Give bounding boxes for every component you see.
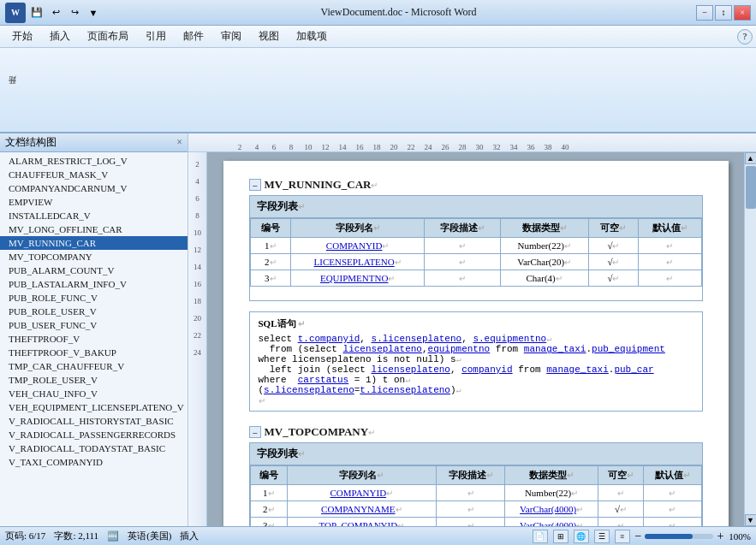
field-table-title-2: 字段列表↵ — [250, 443, 702, 465]
sidebar-item-15[interactable]: TMP_CAR_CHAUFFEUR_V — [0, 359, 188, 373]
ruler-horizontal: 2 4 6 8 10 12 14 16 18 20 22 24 26 28 30… — [188, 133, 756, 152]
sidebar-item-13[interactable]: THEFTPROOF_V — [0, 332, 188, 346]
sidebar-item-2[interactable]: COMPANYANDCARNUM_V — [0, 181, 188, 195]
td-nullable: ↵ — [598, 518, 644, 527]
menu-insert[interactable]: 插入 — [41, 27, 79, 45]
scroll-up-btn[interactable]: ▲ — [745, 152, 757, 164]
zoom-out-btn[interactable]: − — [635, 530, 642, 543]
sql-code: select t.companyid, s.licenseplateno, s.… — [259, 334, 693, 395]
sidebar-item-12[interactable]: PUB_USER_FUNC_V — [0, 318, 188, 332]
td-default: ↵ — [639, 238, 701, 254]
menu-addins[interactable]: 加载项 — [288, 27, 336, 45]
sidebar-item-9[interactable]: PUB_LASTALARM_INFO_V — [0, 277, 188, 291]
vertical-scrollbar[interactable]: ▲ ▼ — [744, 152, 756, 526]
ruler-mark: 6 — [265, 143, 283, 151]
section2-title: MV_TOPCOMPANY — [265, 425, 369, 439]
ruler-mark: 4 — [248, 143, 265, 151]
view-print-btn[interactable]: 📄 — [533, 530, 548, 543]
menu-reference[interactable]: 引用 — [137, 27, 175, 45]
sidebar-item-10[interactable]: PUB_ROLE_FUNC_V — [0, 291, 188, 305]
save-quick-btn[interactable]: 💾 — [29, 5, 45, 21]
sidebar-item-21[interactable]: V_RADIOCALL_TODAYSTAT_BASIC — [0, 441, 188, 455]
sidebar-header: 文档结构图 × — [0, 133, 188, 152]
document-scroll[interactable]: − MV_RUNNING_CAR ↵ 字段列表↵ 编号 — [207, 152, 744, 526]
sidebar-close-btn[interactable]: × — [176, 136, 182, 149]
sidebar-item-18[interactable]: VEH_EQUIPMENT_LICENSEPLATENO_V — [0, 400, 188, 414]
menu-mail[interactable]: 邮件 — [175, 27, 212, 45]
field-table-section1: 字段列表↵ 编号 字段列名↵ 字段描述↵ 数据类型↵ 可空↵ 默认值 — [249, 195, 703, 301]
scroll-thumb[interactable] — [746, 166, 756, 209]
zoom-track[interactable] — [645, 534, 713, 539]
view-full-btn[interactable]: ⊞ — [553, 530, 568, 543]
more-quick-btn[interactable]: ▼ — [86, 5, 101, 21]
view-web-btn[interactable]: 🌐 — [574, 530, 589, 543]
vruler-6: 6 — [195, 190, 199, 207]
scroll-track[interactable] — [745, 164, 757, 514]
sidebar-title: 文档结构图 — [5, 135, 57, 150]
spell-check-icon[interactable]: 🔤 — [107, 530, 119, 542]
ruler-mark: 8 — [283, 143, 300, 151]
close-btn[interactable]: × — [734, 5, 751, 21]
td-default: ↵ — [644, 518, 701, 527]
ruler-mark: 18 — [368, 143, 385, 151]
minimize-btn[interactable]: − — [696, 5, 713, 21]
vruler-8: 8 — [195, 207, 199, 224]
td-num: 2↵ — [250, 254, 291, 270]
field-table-section2: 字段列表↵ 编号 字段列名↵ 字段描述↵ 数据类型↵ 可空↵ 默认值 — [249, 442, 703, 526]
td-type: VarChar(4000)↵ — [505, 501, 598, 518]
td-default: ↵ — [639, 254, 701, 270]
section1-title: MV_RUNNING_CAR — [265, 178, 372, 192]
vruler-24: 24 — [193, 344, 201, 361]
sidebar-item-20[interactable]: V_RADIOCALL_PASSENGERRECORDS — [0, 428, 188, 441]
sidebar-item-6[interactable]: MV_RUNNING_CAR — [0, 236, 188, 250]
sidebar-item-4[interactable]: INSTALLEDCAR_V — [0, 209, 188, 222]
zoom-in-btn[interactable]: + — [717, 530, 723, 543]
td-num: 3↵ — [250, 518, 288, 527]
menu-view[interactable]: 视图 — [250, 27, 288, 45]
menu-review[interactable]: 审阅 — [212, 27, 250, 45]
window-title: ViewDocument.doc - Microsoft Word — [101, 6, 696, 19]
expand-btn-1[interactable]: − — [249, 179, 261, 191]
restore-btn[interactable]: ↕ — [715, 5, 732, 21]
sidebar-item-0[interactable]: ALARM_RESTRICT_LOG_V — [0, 154, 188, 168]
ruler-mark: 38 — [539, 143, 557, 151]
scroll-down-btn[interactable]: ▼ — [745, 514, 757, 526]
section2-header: − MV_TOPCOMPANY ↵ — [249, 425, 703, 439]
redo-quick-btn[interactable]: ↪ — [67, 5, 82, 21]
sql-title: SQL语句 ↵ — [259, 317, 693, 330]
zoom-bar: − + — [635, 530, 724, 543]
sidebar-item-8[interactable]: PUB_ALARM_COUNT_V — [0, 264, 188, 277]
view-draft-btn[interactable]: ≡ — [615, 530, 630, 543]
menu-start[interactable]: 开始 — [3, 27, 41, 45]
th-desc-1: 字段描述↵ — [425, 219, 500, 238]
sidebar-item-5[interactable]: MV_LONG_OFFLINE_CAR — [0, 222, 188, 236]
sidebar-item-7[interactable]: MV_TOPCOMPANY — [0, 250, 188, 264]
th-fieldname-2: 字段列名↵ — [288, 466, 437, 485]
undo-quick-btn[interactable]: ↩ — [48, 5, 63, 21]
expand-btn-2[interactable]: − — [249, 426, 261, 438]
sidebar-item-22[interactable]: V_TAXI_COMPANYID — [0, 455, 188, 469]
menu-bar: 开始 插入 页面布局 引用 邮件 审阅 视图 加载项 ? — [0, 26, 756, 48]
ruler-mark: 28 — [454, 143, 471, 151]
sidebar-item-1[interactable]: CHAUFFEUR_MASK_V — [0, 168, 188, 181]
help-btn[interactable]: ? — [737, 29, 753, 44]
table-row: 1↵ COMPANYID↵ ↵ Number(22)↵ ↵ ↵ — [250, 485, 701, 501]
view-outline-btn[interactable]: ☰ — [594, 530, 610, 543]
status-bar-right: 📄 ⊞ 🌐 ☰ ≡ − + 100% — [533, 530, 751, 543]
sidebar-item-14[interactable]: THEFTPROOF_V_BAKUP — [0, 346, 188, 359]
insert-mode: 插入 — [180, 530, 199, 542]
menu-layout[interactable]: 页面布局 — [79, 27, 137, 45]
sidebar-item-19[interactable]: V_RADIOCALL_HISTORYSTAT_BASIC — [0, 414, 188, 428]
ruler-vertical: 2 4 6 8 10 12 14 16 18 20 22 24 — [188, 152, 207, 526]
zoom-level: 100% — [729, 531, 751, 542]
th-default-2: 默认值↵ — [644, 466, 701, 485]
sidebar-item-11[interactable]: PUB_ROLE_USER_V — [0, 305, 188, 318]
sidebar-item-17[interactable]: VEH_CHAU_INFO_V — [0, 387, 188, 400]
td-type: Number(22)↵ — [505, 485, 598, 501]
sidebar-item-3[interactable]: EMPVIEW — [0, 195, 188, 209]
ruler-mark: 32 — [488, 143, 505, 151]
td-default: ↵ — [644, 501, 701, 518]
sidebar-item-16[interactable]: TMP_ROLE_USER_V — [0, 373, 188, 387]
vruler-12: 12 — [193, 241, 201, 258]
th-num-2: 编号 — [250, 466, 288, 485]
